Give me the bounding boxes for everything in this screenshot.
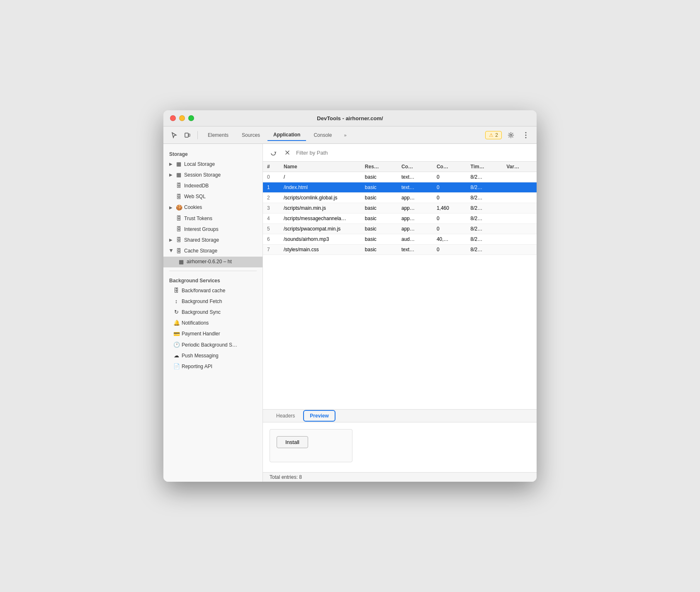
total-entries: Total entries: 8 [270, 474, 302, 480]
web-sql-icon: 🗄 [176, 193, 182, 201]
sidebar-item-cache-storage[interactable]: ▶ 🗄 Cache Storage [163, 246, 262, 257]
local-storage-icon: ▦ [176, 160, 182, 168]
sidebar-item-interest-groups[interactable]: 🗄 Interest Groups [163, 224, 262, 235]
cookies-label: Cookies [184, 204, 202, 211]
sidebar-item-background-sync[interactable]: ↻ Background Sync [163, 307, 262, 318]
sidebar-item-shared-storage[interactable]: ▶ 🗄 Shared Storage [163, 235, 262, 245]
status-bar: Total entries: 8 [263, 472, 537, 482]
sidebar-item-reporting-api[interactable]: 📄 Reporting API [163, 361, 262, 372]
cell-1: /scripts/comlink.global.js [280, 193, 361, 203]
back-forward-icon: 🗄 [173, 287, 179, 294]
close-button[interactable] [170, 115, 176, 121]
col-content-length: Co… [433, 162, 467, 172]
sidebar-item-trust-tokens[interactable]: 🗄 Trust Tokens [163, 213, 262, 224]
entries-table: # Name Res… Co… Co… Tim… Var… 0/basictex… [263, 162, 537, 255]
tab-console[interactable]: Console [308, 130, 338, 141]
sidebar-item-payment-handler[interactable]: 💳 Payment Handler [163, 329, 262, 340]
col-content-type: Co… [397, 162, 433, 172]
minimize-button[interactable] [179, 115, 185, 121]
background-fetch-label: Background Fetch [182, 298, 222, 305]
local-storage-label: Local Storage [184, 161, 215, 168]
table-row[interactable]: 0/basictext…08/2… [263, 172, 537, 182]
cell-0: 2 [263, 193, 280, 203]
cell-6 [502, 245, 537, 255]
sidebar-item-cookies[interactable]: ▶ 🍪 Cookies [163, 202, 262, 213]
chevron-icon: ▶ [169, 205, 173, 211]
cell-1: /scripts/pwacompat.min.js [280, 224, 361, 234]
svg-rect-0 [185, 133, 188, 137]
table-row[interactable]: 6/sounds/airhorn.mp3basicaud…40,…8/2… [263, 234, 537, 245]
install-button[interactable]: Install [277, 436, 308, 448]
cell-5: 8/2… [467, 245, 503, 255]
shared-storage-label: Shared Storage [184, 237, 219, 244]
cell-5: 8/2… [467, 193, 503, 203]
cache-storage-child-label: airhorner-0.6.20 – ht [187, 258, 232, 265]
more-tabs-button[interactable]: » [339, 129, 351, 141]
cell-5: 8/2… [467, 214, 503, 224]
sidebar-item-periodic-bg[interactable]: 🕐 Periodic Background S… [163, 340, 262, 350]
payment-handler-label: Payment Handler [182, 330, 220, 337]
titlebar: DevTools - airhorner.com/ [163, 110, 537, 126]
cell-6 [502, 234, 537, 245]
sidebar-item-push-messaging[interactable]: ☁ Push Messaging [163, 350, 262, 361]
inspect-element-button[interactable] [168, 129, 180, 141]
sidebar-item-session-storage[interactable]: ▶ ▦ Session Storage [163, 170, 262, 180]
table-row[interactable]: 1/index.htmlbasictext…08/2… [263, 182, 537, 193]
device-toolbar-button[interactable] [182, 129, 193, 141]
cell-4: 0 [433, 172, 467, 182]
chevron-icon: ▶ [169, 237, 173, 243]
cell-3: app… [397, 203, 433, 214]
cell-1: /scripts/main.min.js [280, 203, 361, 214]
cell-3: text… [397, 245, 433, 255]
cookies-icon: 🍪 [176, 204, 182, 211]
periodic-bg-icon: 🕐 [173, 341, 179, 349]
table-row[interactable]: 7/styles/main.cssbasictext…08/2… [263, 245, 537, 255]
sidebar-item-cache-storage-child[interactable]: ▦ airhorner-0.6.20 – ht [163, 257, 262, 267]
cursor-icon [171, 132, 177, 138]
table-body: 0/basictext…08/2…1/index.htmlbasictext…0… [263, 172, 537, 255]
tab-application[interactable]: Application [267, 129, 306, 141]
cell-0: 1 [263, 182, 280, 193]
close-icon [285, 150, 290, 155]
maximize-button[interactable] [188, 115, 194, 121]
table-row[interactable]: 5/scripts/pwacompat.min.jsbasicapp…08/2… [263, 224, 537, 234]
cell-5: 8/2… [467, 182, 503, 193]
sidebar-item-notifications[interactable]: 🔔 Notifications [163, 318, 262, 328]
tab-sources[interactable]: Sources [236, 130, 266, 141]
notifications-label: Notifications [182, 320, 209, 327]
table-row[interactable]: 3/scripts/main.min.jsbasicapp…1,4608/2… [263, 203, 537, 214]
cell-3: text… [397, 172, 433, 182]
more-options-button[interactable] [520, 129, 532, 141]
warning-badge[interactable]: ⚠ 2 [485, 131, 502, 139]
sidebar-item-local-storage[interactable]: ▶ ▦ Local Storage [163, 159, 262, 170]
table-row[interactable]: 4/scripts/messagechannela…basicapp…08/2… [263, 214, 537, 224]
warning-count: 2 [495, 132, 498, 138]
table-row[interactable]: 2/scripts/comlink.global.jsbasicapp…08/2… [263, 193, 537, 203]
svg-point-3 [525, 132, 527, 133]
cell-1: /scripts/messagechannela… [280, 214, 361, 224]
trust-tokens-label: Trust Tokens [184, 215, 212, 222]
refresh-button[interactable] [268, 147, 279, 158]
sidebar-item-back-forward[interactable]: 🗄 Back/forward cache [163, 285, 262, 296]
tab-preview[interactable]: Preview [303, 410, 335, 422]
settings-button[interactable] [505, 129, 517, 141]
cell-1: / [280, 172, 361, 182]
sidebar-item-background-fetch[interactable]: ↕ Background Fetch [163, 296, 262, 307]
filter-bar [263, 144, 537, 162]
cell-4: 40,… [433, 234, 467, 245]
sidebar-item-indexeddb[interactable]: 🗄 IndexedDB [163, 180, 262, 191]
cell-3: app… [397, 193, 433, 203]
tab-headers[interactable]: Headers [270, 410, 301, 422]
filter-input[interactable] [296, 150, 532, 156]
indexeddb-icon: 🗄 [176, 182, 182, 189]
payment-handler-icon: 💳 [173, 330, 179, 338]
traffic-lights [170, 115, 194, 121]
col-time: Tim… [467, 162, 503, 172]
sidebar-item-web-sql[interactable]: 🗄 Web SQL [163, 192, 262, 202]
clear-button[interactable] [282, 147, 293, 158]
cell-4: 1,460 [433, 203, 467, 214]
interest-groups-label: Interest Groups [184, 226, 219, 233]
cell-2: basic [361, 224, 397, 234]
tab-elements[interactable]: Elements [202, 130, 234, 141]
bottom-pane: Headers Preview Install [263, 409, 537, 472]
